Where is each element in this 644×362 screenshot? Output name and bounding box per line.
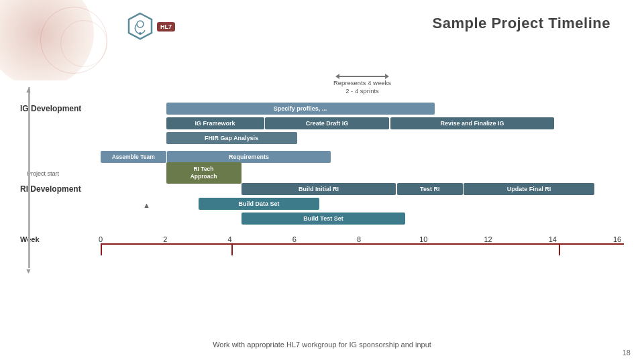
build-test-bar-area: Build Test Set xyxy=(101,211,624,226)
week-16: 16 xyxy=(610,235,624,243)
represents-arrow xyxy=(335,74,389,79)
week-numbers: 0 2 4 6 8 10 12 14 16 xyxy=(101,235,624,243)
build-data-bar-area: Build Data Set xyxy=(101,196,624,211)
week-14: 14 xyxy=(546,235,559,243)
update-final-ri-bar: Update Final RI xyxy=(464,183,594,195)
ri-bar-area: Build Initial RI Test RI Update Final RI xyxy=(101,182,624,196)
build-test-set-row: Build Test Set xyxy=(20,211,624,226)
week-6: 6 xyxy=(288,235,301,243)
week-4: 4 xyxy=(223,235,237,243)
arrow-line xyxy=(339,76,385,77)
fhir-gap-row: FHIR Gap Analysis xyxy=(20,131,624,145)
bracket-left-drop xyxy=(101,243,102,255)
ri-development-row: RI Development Build Initial RI Test RI … xyxy=(20,182,624,196)
project-start-label: Project start xyxy=(20,169,101,177)
fhir-gap-bar-area: FHIR Gap Analysis xyxy=(101,131,624,145)
specify-profiles-bar: Specify profiles, ... xyxy=(166,103,435,115)
week-0: 0 xyxy=(94,235,107,243)
build-data-set-bar: Build Data Set xyxy=(199,198,319,210)
left-arrow-down: ▼ xyxy=(25,267,32,275)
week-prefix: Week xyxy=(20,235,101,243)
bracket-top-line xyxy=(101,243,624,245)
svg-marker-0 xyxy=(129,13,152,39)
bottom-text: Work with appropriate HL7 workgroup for … xyxy=(0,341,644,349)
requirements-bar: Requirements xyxy=(167,151,331,163)
timeline-wrapper: IG Development Specify profiles, ... IG … xyxy=(20,101,624,258)
assemble-team-row: Assemble Team Requirements ◄ xyxy=(20,149,624,164)
ig-framework-bar: IG Framework xyxy=(166,117,264,129)
week-10: 10 xyxy=(417,235,430,243)
arrow-right xyxy=(385,74,389,79)
ig-development-row: IG Development Specify profiles, ... xyxy=(20,101,624,116)
ri-tech-bar-area: RI TechApproach xyxy=(101,166,624,180)
requirements-arrow: ◄ xyxy=(319,154,327,164)
revise-finalize-ig-bar: Revise and Finalize IG xyxy=(390,117,554,129)
logo-area: HL7 xyxy=(127,12,175,40)
ri-tech-row: Project start RI TechApproach xyxy=(20,166,624,180)
left-arrow-up: ▲ xyxy=(25,86,32,94)
ri-tech-approach-bar: RI TechApproach xyxy=(166,162,241,184)
main-content: Represents 4 weeks 2 - 4 sprints IG Deve… xyxy=(20,74,624,258)
build-data-set-row: Build Data Set xyxy=(20,196,624,211)
ig-label: IG Development xyxy=(20,104,101,113)
assemble-team-bar: Assemble Team xyxy=(101,151,166,163)
red-bracket xyxy=(101,243,624,258)
create-draft-ig-bar: Create Draft IG xyxy=(265,117,389,129)
logo-badge: HL7 xyxy=(157,22,175,32)
week-2: 2 xyxy=(158,235,172,243)
build-initial-ri-bar: Build Initial RI xyxy=(241,183,396,195)
week-axis: Week 0 2 4 6 8 10 12 14 16 xyxy=(20,235,624,243)
week-12: 12 xyxy=(482,235,495,243)
ri-label: RI Development xyxy=(20,184,101,194)
page-number: 18 xyxy=(623,349,631,357)
week-8: 8 xyxy=(352,235,366,243)
ig-framework-row: IG Framework Create Draft IG Revise and … xyxy=(20,116,624,131)
logo-hex xyxy=(127,12,153,40)
svg-point-2 xyxy=(139,32,142,35)
represents-label: Represents 4 weeks 2 - 4 sprints xyxy=(101,74,624,96)
left-vert-bar xyxy=(28,87,30,268)
project-start-arrow: ▲ xyxy=(143,201,150,209)
ig-framework-bar-area: IG Framework Create Draft IG Revise and … xyxy=(101,116,624,131)
represents-text: Represents 4 weeks 2 - 4 sprints xyxy=(333,79,391,96)
build-test-set-bar: Build Test Set xyxy=(241,213,405,225)
bracket-mid-drop xyxy=(231,245,233,255)
bg-decoration xyxy=(0,0,148,80)
bracket-right-drop xyxy=(559,243,560,255)
test-ri-bar: Test RI xyxy=(397,183,463,195)
svg-point-1 xyxy=(137,21,144,27)
ig-bar-area: Specify profiles, ... xyxy=(101,101,624,116)
page-title: Sample Project Timeline xyxy=(433,15,610,32)
bg-circle-3 xyxy=(60,20,107,67)
fhir-gap-bar: FHIR Gap Analysis xyxy=(166,132,297,144)
